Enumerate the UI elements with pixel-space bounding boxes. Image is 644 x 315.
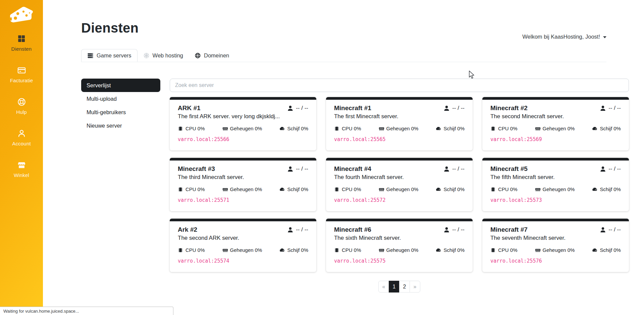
sidebar-item[interactable]: Diensten [0,34,43,52]
tab[interactable]: Game servers [81,49,138,62]
disk-icon [592,248,597,253]
cpu-icon [490,248,496,253]
cpu-stat: CPU 0% [490,186,518,192]
pagination-item-label: » [414,284,417,290]
server-grid: ARK #1 -- / -- The first ARK server. ver… [170,97,629,272]
server-name: Minecraft #4 [334,165,371,173]
subnav-item[interactable]: Serverlijst [81,79,160,92]
server-description: The first Minecraft server. [334,113,465,120]
disk-icon [279,126,285,131]
memory-stat: Geheugen 0% [379,126,419,131]
memory-stat-value: Geheugen 0% [230,247,262,253]
memory-stat-value: Geheugen 0% [543,247,575,253]
caret-down-icon [603,36,606,38]
disk-stat: Schijf 0% [279,247,308,253]
server-card[interactable]: Minecraft #1 -- / -- The first Minecraft… [326,97,473,150]
server-description: The seventh Minecraft server. [490,235,621,241]
memory-stat-value: Geheugen 0% [230,186,262,192]
server-card[interactable]: Minecraft #2 -- / -- The second Minecraf… [482,97,629,150]
server-card[interactable]: Ark #2 -- / -- The second ARK server. [170,219,316,272]
server-card[interactable]: Minecraft #5 -- / -- The fifth Minecraft… [482,158,629,211]
pagination-item[interactable]: » [410,281,420,292]
cheese-icon[interactable] [7,5,36,26]
player-count: -- / -- [444,105,465,111]
server-card-topbar [326,97,473,100]
disk-stat-value: Schijf 0% [600,247,621,253]
player-count-value: -- / -- [296,226,308,233]
disk-stat: Schijf 0% [592,247,621,253]
tab[interactable]: Web hosting [138,49,189,62]
server-card[interactable]: ARK #1 -- / -- The first ARK server. ver… [170,97,316,150]
services-grid-icon [17,34,26,43]
memory-icon [535,187,540,192]
disk-stat: Schijf 0% [436,186,465,192]
sidebar-item[interactable]: Hulp [0,97,43,115]
players-icon [287,105,293,111]
server-address: varro.local:25572 [334,197,465,203]
sidebar-item-label: Diensten [11,46,32,52]
memory-stat: Geheugen 0% [379,247,419,253]
server-card-topbar [482,97,629,100]
search-input[interactable] [170,79,629,92]
server-description: The second Minecraft server. [490,113,621,120]
cpu-stat-value: CPU 0% [342,247,361,253]
subnav-item-label: Nieuwe server [87,123,122,129]
disk-stat: Schijf 0% [279,126,308,131]
disk-icon [592,126,597,131]
tab-label: Game servers [97,52,131,59]
disk-stat-value: Schijf 0% [443,186,465,192]
cpu-stat: CPU 0% [178,247,205,253]
players-icon [444,105,449,111]
cpu-icon [334,248,339,253]
disk-stat: Schijf 0% [436,126,465,131]
domains-globe-icon [195,52,201,59]
memory-icon [222,248,228,253]
sidebar-item[interactable]: Winkel [0,161,43,178]
sidebar-item-label: Facturatie [10,78,33,83]
account-dropdown[interactable]: Welkom bij KaasHosting, Joost! [522,34,606,40]
server-card[interactable]: Minecraft #3 -- / -- The third Minecraft… [170,158,316,211]
sidebar-item[interactable]: Account [0,129,43,146]
server-card[interactable]: Minecraft #6 -- / -- The sixth Minecraft… [326,219,473,272]
memory-stat: Geheugen 0% [222,186,262,192]
cpu-icon [334,126,339,131]
memory-stat: Geheugen 0% [222,247,262,253]
player-count: -- / -- [287,166,308,172]
disk-icon [592,187,597,192]
player-count-value: -- / -- [452,166,465,172]
disk-stat-value: Schijf 0% [443,247,465,253]
players-icon [287,166,293,172]
server-card[interactable]: Minecraft #7 -- / -- The seventh Minecra… [482,219,629,272]
disk-icon [436,126,441,131]
cpu-icon [178,126,183,131]
cpu-stat: CPU 0% [178,126,205,131]
pagination-item[interactable]: 2 [399,281,410,292]
pagination-item[interactable]: « [378,281,389,292]
sidebar-item[interactable]: Facturatie [0,66,43,83]
disk-icon [279,248,285,253]
subnav-item[interactable]: Nieuwe server [81,119,160,132]
subnav-item[interactable]: Multi-gebruikers [81,105,160,119]
main-content: Welkom bij KaasHosting, Joost! Diensten … [43,20,644,315]
cpu-stat-value: CPU 0% [185,247,205,253]
disk-icon [436,248,441,253]
tab[interactable]: Domeinen [189,49,235,62]
welcome-text: Welkom bij KaasHosting, Joost! [522,34,600,40]
players-icon [600,166,606,172]
pagination-item[interactable]: 1 [389,281,399,292]
game-servers-icon [87,52,94,59]
memory-stat: Geheugen 0% [379,186,419,192]
server-address: varro.local:25573 [490,197,621,203]
cpu-icon [178,248,183,253]
server-address: varro.local:25569 [490,136,621,142]
server-name: Ark #2 [178,226,197,233]
disk-stat: Schijf 0% [592,186,621,192]
subnav-item[interactable]: Multi-upload [81,92,160,105]
pagination-item-label: 1 [393,284,396,290]
players-icon [600,105,606,111]
server-subnav: Serverlijst Multi-upload Multi-gebruiker… [81,79,160,292]
server-card[interactable]: Minecraft #4 -- / -- The fourth Minecraf… [326,158,473,211]
cpu-icon [334,187,339,192]
player-count-value: -- / -- [608,226,621,233]
cpu-stat: CPU 0% [334,247,361,253]
